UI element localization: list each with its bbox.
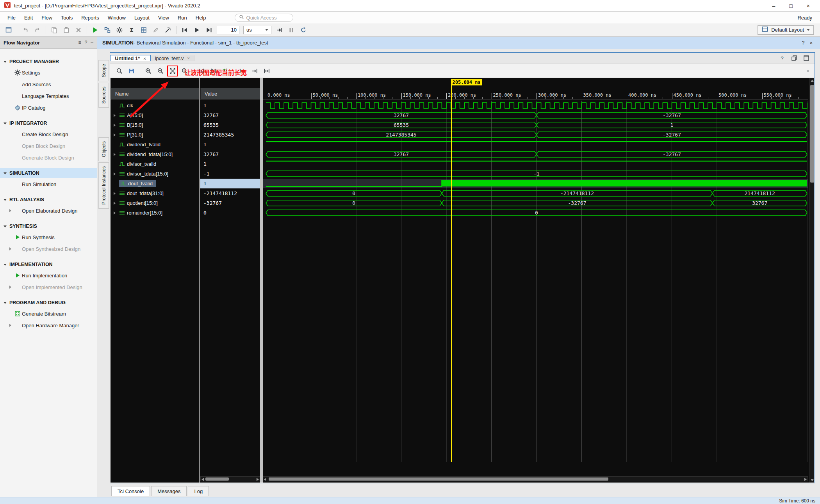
quick-access-search[interactable]: Quick Access xyxy=(235,14,293,22)
project-window-icon[interactable] xyxy=(5,26,12,34)
sim-run-for-icon[interactable] xyxy=(205,26,213,34)
minimize-icon[interactable]: – xyxy=(91,40,93,45)
close-icon[interactable]: × xyxy=(809,40,813,46)
undo-icon[interactable] xyxy=(21,26,29,34)
block-design-icon[interactable] xyxy=(103,26,111,34)
menu-item-layout[interactable]: Layout xyxy=(130,13,154,23)
scroll-down-icon[interactable] xyxy=(811,479,814,481)
nav-item-run-simulation[interactable]: Run Simulation xyxy=(0,178,97,190)
nav-item-open-hardware-manager[interactable]: Open Hardware Manager xyxy=(0,319,97,331)
settings-gear-icon[interactable] xyxy=(116,26,123,34)
value-column-header[interactable]: Value xyxy=(200,88,260,99)
window-maximize-button[interactable]: □ xyxy=(789,0,792,12)
timeline-ruler[interactable]: 0.000 ns50.000 ns100.000 ns150.000 ns200… xyxy=(263,78,808,101)
nav-item-open-block-design[interactable]: Open Block Design xyxy=(0,140,97,152)
name-column-header[interactable]: Name xyxy=(111,88,199,99)
wave-divisor-tdata-15-0[interactable]: -1 xyxy=(266,171,807,177)
menu-item-window[interactable]: Window xyxy=(103,13,130,23)
wave-remainder-15-0[interactable]: 0 xyxy=(266,210,807,216)
scrollbar-thumb[interactable] xyxy=(205,477,229,481)
side-tab-objects[interactable]: Objects xyxy=(98,137,109,161)
signal-name-row[interactable]: dout_tvalid xyxy=(111,179,199,188)
menu-item-view[interactable]: View xyxy=(154,13,173,23)
signal-name-row[interactable]: B[15:0] xyxy=(111,120,199,130)
horizontal-scrollbar[interactable] xyxy=(263,476,808,481)
signal-name-row[interactable]: dividend_tdata[15:0] xyxy=(111,149,199,159)
run-icon[interactable] xyxy=(91,26,99,34)
signal-name-row[interactable]: quotient[15:0] xyxy=(111,198,199,208)
window-close-button[interactable]: × xyxy=(807,0,810,12)
nav-section-project-manager[interactable]: PROJECT MANAGER xyxy=(0,57,97,67)
help-icon[interactable]: ? xyxy=(778,54,786,62)
signal-name-row[interactable]: P[31:0] xyxy=(111,130,199,140)
zoom-out-icon[interactable] xyxy=(157,67,164,75)
nav-section-rtl-analysis[interactable]: RTL ANALYSIS xyxy=(0,195,97,205)
console-tab-tcl-console[interactable]: Tcl Console xyxy=(111,486,150,496)
expand-chevron-icon[interactable] xyxy=(114,124,119,127)
expand-chevron-icon[interactable] xyxy=(114,153,119,156)
value-plot-splitter[interactable] xyxy=(260,78,263,483)
signal-name-row[interactable]: clk xyxy=(111,101,199,110)
scrollbar-thumb[interactable] xyxy=(810,85,814,183)
nav-item-add-sources[interactable]: Add Sources xyxy=(0,78,97,90)
zoom-in-icon[interactable] xyxy=(144,67,152,75)
menu-item-reports[interactable]: Reports xyxy=(77,13,103,23)
waveform-plot[interactable]: 32767-327676553512147385345-3276732767-3… xyxy=(263,101,808,462)
expand-chevron-icon[interactable] xyxy=(114,211,119,215)
delete-x-icon[interactable] xyxy=(75,26,82,34)
signal-name-row[interactable]: dividend_tvalid xyxy=(111,140,199,149)
name-column-scrollbar[interactable] xyxy=(200,476,260,481)
wave-dout-tvalid[interactable] xyxy=(263,179,808,188)
float-icon[interactable] xyxy=(790,54,798,62)
nav-item-create-block-design[interactable]: Create Block Design xyxy=(0,128,97,140)
scroll-left-icon[interactable] xyxy=(264,478,266,481)
expand-chevron-icon[interactable] xyxy=(114,192,119,195)
expand-chevron-icon[interactable] xyxy=(114,172,119,176)
nav-section-simulation[interactable]: SIMULATION xyxy=(0,168,97,178)
sim-relaunch-icon[interactable] xyxy=(299,26,307,34)
console-tab-messages[interactable]: Messages xyxy=(151,486,187,496)
nav-section-ip-integrator[interactable]: IP INTEGRATOR xyxy=(0,118,97,128)
time-unit-select[interactable]: us xyxy=(243,26,271,34)
zoom-cursor-icon[interactable] xyxy=(181,67,189,75)
sim-pause-icon[interactable] xyxy=(287,26,295,34)
goto-start-icon[interactable] xyxy=(239,67,246,75)
edge-next-icon[interactable] xyxy=(210,67,217,75)
menu-item-run[interactable]: Run xyxy=(173,13,191,23)
run-time-input[interactable] xyxy=(217,26,239,34)
side-tab-protocol-instances[interactable]: Protocol Instances xyxy=(98,162,109,209)
probe-wand-icon[interactable] xyxy=(164,26,172,34)
expand-chevron-icon[interactable] xyxy=(114,133,119,137)
sim-step-icon[interactable] xyxy=(275,26,283,34)
window-minimize-button[interactable]: – xyxy=(772,0,775,12)
save-icon[interactable] xyxy=(128,67,135,75)
nav-section-synthesis[interactable]: SYNTHESIS xyxy=(0,221,97,231)
signal-name-row[interactable]: remainder[15:0] xyxy=(111,208,199,218)
tab-untitled-1[interactable]: Untitled 1*× xyxy=(110,55,151,61)
scroll-right-icon[interactable] xyxy=(257,478,259,481)
close-icon[interactable]: × xyxy=(143,56,146,61)
close-icon[interactable]: × xyxy=(187,56,189,60)
toggle-icon[interactable]: ≡ xyxy=(78,40,81,45)
scroll-up-icon[interactable] xyxy=(811,80,814,82)
side-tab-sources[interactable]: Sources xyxy=(98,83,109,108)
menu-item-tools[interactable]: Tools xyxy=(57,13,77,23)
expand-chevron-icon[interactable] xyxy=(114,114,119,117)
copy-icon[interactable] xyxy=(50,26,58,34)
nav-section-implementation[interactable]: IMPLEMENTATION xyxy=(0,259,97,270)
redo-icon[interactable] xyxy=(34,26,41,34)
scroll-right-icon[interactable] xyxy=(804,478,807,481)
vertical-scrollbar[interactable] xyxy=(809,78,814,483)
nav-section-program-and-debug[interactable]: PROGRAM AND DEBUG xyxy=(0,298,97,308)
layout-select[interactable]: Default Layout xyxy=(758,25,814,35)
signal-name-row[interactable]: divisor_tvalid xyxy=(111,159,199,169)
nav-item-generate-block-design[interactable]: Generate Block Design xyxy=(0,152,97,163)
help-icon[interactable]: ? xyxy=(85,40,87,45)
edge-prev-icon[interactable] xyxy=(198,67,205,75)
sim-restart-icon[interactable] xyxy=(181,26,189,34)
wave-settings-gear-icon[interactable] xyxy=(807,67,815,75)
span-range-icon[interactable] xyxy=(263,67,271,75)
menu-item-help[interactable]: Help xyxy=(191,13,210,23)
goto-end-icon[interactable] xyxy=(251,67,258,75)
nav-item-open-synthesized-design[interactable]: Open Synthesized Design xyxy=(0,243,97,255)
